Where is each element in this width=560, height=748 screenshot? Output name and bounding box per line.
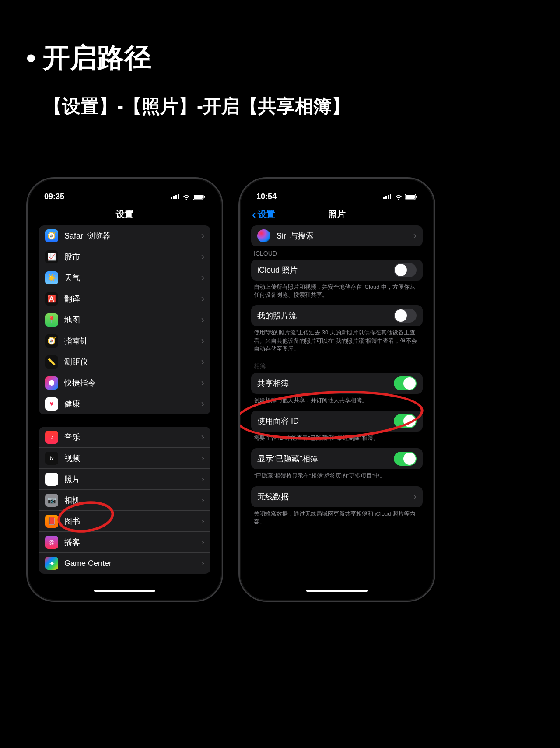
hidden-toggle[interactable] [394, 452, 416, 466]
hidden-group: 显示"已隐藏"相簿 [251, 448, 423, 469]
podcasts-icon: ◎ [45, 536, 58, 549]
screen-title: ‹ 设置 照片 [246, 204, 428, 225]
settings-row-books[interactable]: 📕图书› [39, 511, 210, 532]
row-label: 翻译 [64, 294, 201, 304]
chevron-right-icon: › [201, 335, 204, 347]
maps-icon: 📍 [45, 313, 58, 327]
hidden-row[interactable]: 显示"已隐藏"相簿 [251, 448, 423, 469]
row-label: 播客 [64, 537, 201, 548]
status-time: 09:35 [44, 192, 64, 201]
settings-row-camera[interactable]: 📷相机› [39, 490, 210, 511]
settings-row-podcasts[interactable]: ◎播客› [39, 532, 210, 553]
siri-search-row[interactable]: Siri 与搜索 › [251, 225, 423, 246]
settings-row-gamecenter[interactable]: ✦Game Center› [39, 553, 210, 574]
settings-row-compass[interactable]: 🧭指南针› [39, 330, 210, 351]
chevron-right-icon: › [201, 230, 204, 242]
settings-row-translate[interactable]: 🅰️翻译› [39, 288, 210, 309]
icloud-photos-group: iCloud 照片 [251, 260, 423, 281]
photostream-toggle[interactable] [394, 309, 416, 323]
svg-rect-0 [171, 197, 172, 199]
faceid-toggle[interactable] [394, 414, 416, 428]
shared-album-group: 共享相簿 [251, 373, 423, 394]
svg-rect-9 [388, 195, 389, 199]
translate-icon: 🅰️ [45, 292, 58, 306]
siri-label: Siri 与搜索 [276, 231, 413, 241]
chevron-right-icon: › [201, 495, 204, 506]
chevron-right-icon: › [201, 558, 204, 569]
shared-album-toggle[interactable] [394, 376, 416, 390]
shortcuts-icon: ⬢ [45, 376, 58, 390]
notch [293, 185, 381, 198]
cellular-row[interactable]: 无线数据 › [251, 486, 423, 507]
svg-rect-10 [390, 194, 391, 199]
faceid-row[interactable]: 使用面容 ID [251, 411, 423, 432]
back-button[interactable]: ‹ 设置 [252, 208, 275, 220]
settings-title: 设置 [116, 209, 133, 219]
settings-row-photos[interactable]: ✿照片› [39, 469, 210, 490]
icloud-photos-toggle[interactable] [394, 263, 416, 277]
measure-icon: 📏 [45, 355, 58, 369]
settings-row-measure[interactable]: 📏测距仪› [39, 351, 210, 372]
svg-rect-8 [385, 196, 387, 199]
row-label: 快捷指令 [64, 378, 201, 388]
photostream-row[interactable]: 我的照片流 [251, 305, 423, 326]
health-icon: ♥ [45, 397, 58, 411]
cellular-footer: 关闭蜂窝数据，通过无线局域网更新共享相簿和 iCloud 照片等内容。 [246, 507, 428, 532]
chevron-right-icon: › [201, 272, 204, 284]
page-heading: •开启路径 [26, 39, 151, 76]
row-label: 指南针 [64, 336, 201, 346]
cellular-group: 无线数据 › [251, 486, 423, 507]
row-label: Game Center [64, 559, 201, 568]
chevron-right-icon: › [201, 474, 204, 485]
settings-row-music[interactable]: ♪音乐› [39, 427, 210, 448]
settings-row-health[interactable]: ♥健康› [39, 393, 210, 414]
bullet-icon: • [26, 42, 36, 73]
settings-row-shortcuts[interactable]: ⬢快捷指令› [39, 372, 210, 393]
hidden-label: 显示"已隐藏"相簿 [257, 453, 394, 464]
chevron-right-icon: › [201, 293, 204, 305]
settings-row-stocks[interactable]: 📈股市› [39, 246, 210, 267]
settings-row-tv[interactable]: tv视频› [39, 448, 210, 469]
shared-album-row[interactable]: 共享相簿 [251, 373, 423, 394]
battery-icon [405, 194, 417, 200]
settings-group-2: ♪音乐›tv视频›✿照片›📷相机›📕图书›◎播客›✦Game Center› [39, 427, 210, 574]
faceid-group: 使用面容 ID [251, 411, 423, 432]
stocks-icon: 📈 [45, 250, 58, 263]
icloud-photos-row[interactable]: iCloud 照片 [251, 260, 423, 281]
icloud-footer: 自动上传所有照片和视频，并安全地储存在 iCloud 中，方便你从任何设备浏览、… [246, 281, 428, 305]
row-label: 股市 [64, 252, 201, 262]
settings-row-maps[interactable]: 📍地图› [39, 309, 210, 330]
chevron-right-icon: › [413, 230, 416, 242]
row-label: 音乐 [64, 432, 201, 442]
svg-rect-5 [194, 195, 203, 199]
photostream-footer: 使用"我的照片流"上传过去 30 天的新照片以供你在其他设备上查看。来自其他设备… [246, 326, 428, 359]
siri-group: Siri 与搜索 › [251, 225, 423, 246]
phone-right-frame: 10:54 ‹ 设置 照片 Siri 与搜索 › ICLOUD [238, 177, 435, 602]
row-label: 图书 [64, 516, 201, 527]
home-indicator[interactable] [306, 590, 368, 592]
safari-icon: 🧭 [45, 229, 58, 242]
photos-icon: ✿ [45, 473, 58, 486]
albums-section-header: 相簿 [246, 359, 428, 373]
tv-icon: tv [45, 452, 58, 465]
compass-icon: 🧭 [45, 334, 58, 348]
wifi-icon [182, 194, 190, 200]
settings-row-weather[interactable]: ☀️天气› [39, 267, 210, 288]
page-subheading: 【设置】-【照片】-开启【共享相簿】 [44, 94, 350, 119]
svg-rect-13 [416, 196, 417, 198]
books-icon: 📕 [45, 515, 58, 528]
faceid-footer: 需要面容 ID 才能查看"已隐藏"和"最近删除"相簿。 [246, 432, 428, 448]
chevron-right-icon: › [201, 356, 204, 368]
settings-row-safari[interactable]: 🧭Safari 浏览器› [39, 225, 210, 246]
gamecenter-icon: ✦ [45, 557, 58, 570]
home-indicator[interactable] [94, 590, 155, 592]
row-label: 天气 [64, 273, 201, 283]
faceid-label: 使用面容 ID [257, 416, 394, 426]
icloud-photos-label: iCloud 照片 [257, 265, 394, 275]
chevron-left-icon: ‹ [252, 209, 256, 220]
row-label: 测距仪 [64, 357, 201, 367]
heading-text: 开启路径 [43, 42, 151, 73]
svg-rect-7 [383, 197, 385, 199]
phone-left-frame: 09:35 设置 🧭Safari 浏览器›📈股市›☀️天气›🅰️翻译›📍地图›🧭… [26, 177, 223, 602]
chevron-right-icon: › [201, 398, 204, 410]
